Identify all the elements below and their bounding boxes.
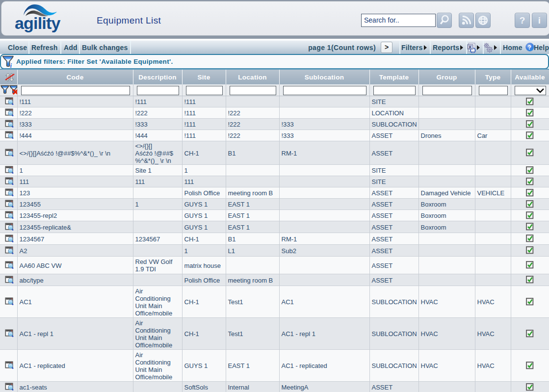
svg-text:i: i	[10, 62, 12, 68]
svg-text:?: ?	[528, 44, 531, 51]
svg-text:agility: agility	[15, 14, 61, 32]
svg-text:X: X	[469, 45, 471, 50]
